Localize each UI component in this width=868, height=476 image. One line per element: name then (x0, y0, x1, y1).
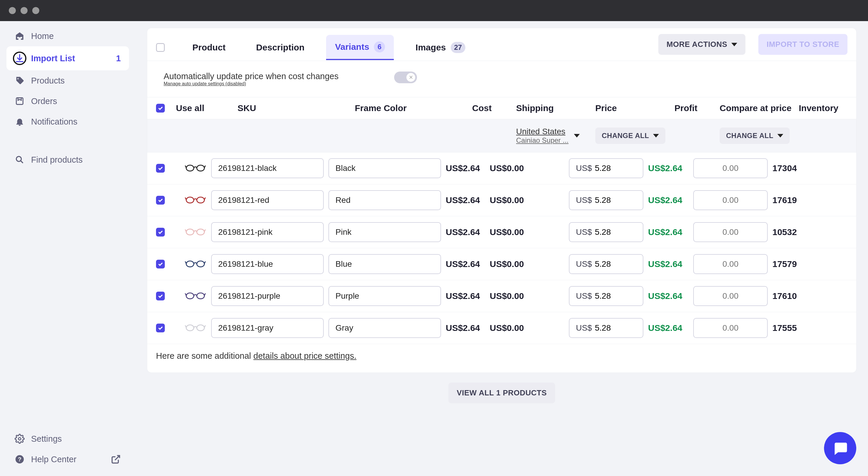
sidebar-item-import-list[interactable]: Import List 1 (6, 46, 129, 70)
inventory-value: 17579 (772, 259, 810, 269)
frame-color-input[interactable] (329, 222, 441, 242)
sidebar: Home Import List 1 Products Orders Notif… (0, 21, 135, 476)
row-checkbox[interactable] (156, 164, 165, 172)
row-checkbox[interactable] (156, 292, 165, 300)
chevron-down-icon (574, 134, 580, 137)
shipping-value: US$0.00 (490, 195, 569, 205)
change-all-compare-button[interactable]: CHANGE ALL (720, 127, 790, 144)
row-checkbox[interactable] (156, 196, 165, 204)
svg-point-8 (197, 165, 205, 171)
svg-point-17 (186, 325, 194, 330)
compare-price-input[interactable] (693, 190, 768, 210)
svg-rect-1 (21, 37, 22, 39)
tab-description[interactable]: Description (247, 36, 313, 59)
tab-product[interactable]: Product (184, 36, 234, 59)
tab-variants[interactable]: Variants 6 (326, 35, 394, 60)
price-value: 5.28 (595, 291, 611, 301)
shipping-value: US$0.00 (490, 291, 569, 301)
compare-price-input[interactable] (693, 318, 768, 338)
price-input[interactable]: US$5.28 (569, 286, 643, 306)
use-all-checkbox[interactable] (156, 104, 165, 113)
row-checkbox[interactable] (156, 260, 165, 268)
sidebar-label: Home (31, 31, 54, 41)
auto-update-link[interactable]: Manage auto update settings (disabled) (164, 81, 246, 86)
currency-prefix: US$ (576, 164, 592, 173)
window-maximize-dot[interactable] (32, 7, 39, 14)
sku-input[interactable] (211, 190, 324, 210)
col-frame-color: Frame Color (355, 103, 472, 113)
product-card: Product Description Variants 6 Images 27… (147, 28, 856, 373)
col-compare: Compare at price (720, 103, 799, 113)
auto-update-section: Automatically update price when cost cha… (147, 61, 856, 97)
price-input[interactable]: US$5.28 (569, 190, 643, 210)
sku-input[interactable] (211, 158, 324, 178)
table-subheader: United States Cainiao Super ... CHANGE A… (147, 119, 856, 152)
window-minimize-dot[interactable] (21, 7, 28, 14)
svg-point-15 (186, 293, 194, 299)
inventory-value: 17555 (772, 323, 810, 333)
compare-price-input[interactable] (693, 158, 768, 178)
col-inventory: Inventory (799, 103, 837, 113)
sidebar-item-find-products[interactable]: Find products (6, 150, 129, 170)
frame-color-input[interactable] (329, 190, 441, 210)
sku-input[interactable] (211, 286, 324, 306)
auto-update-toggle[interactable] (394, 71, 417, 83)
select-product-checkbox[interactable] (156, 43, 165, 52)
sidebar-item-products[interactable]: Products (6, 70, 129, 91)
row-checkbox[interactable] (156, 324, 165, 332)
tag-icon (15, 75, 25, 86)
tab-images[interactable]: Images 27 (407, 35, 474, 60)
shipping-selector[interactable]: United States Cainiao Super ... (516, 127, 591, 145)
sidebar-item-help[interactable]: ? Help Center (6, 449, 129, 470)
price-input[interactable]: US$5.28 (569, 254, 643, 274)
svg-point-4 (19, 438, 21, 440)
svg-point-12 (197, 229, 205, 235)
chevron-down-icon (653, 134, 659, 137)
cost-value: US$2.64 (446, 291, 490, 301)
bell-icon (15, 117, 25, 127)
profit-value: US$2.64 (648, 227, 693, 237)
svg-point-10 (197, 197, 205, 203)
change-all-price-button[interactable]: CHANGE ALL (595, 127, 665, 144)
frame-color-input[interactable] (329, 286, 441, 306)
view-all-products-button[interactable]: VIEW ALL 1 PRODUCTS (448, 382, 555, 403)
row-checkbox[interactable] (156, 228, 165, 236)
table-row: US$2.64 US$0.00 US$5.28 US$2.64 17304 (147, 152, 856, 184)
compare-price-input[interactable] (693, 222, 768, 242)
compare-price-input[interactable] (693, 286, 768, 306)
tab-label: Images (415, 42, 446, 53)
shipping-value: US$0.00 (490, 323, 569, 333)
chevron-down-icon (777, 134, 783, 137)
sku-input[interactable] (211, 318, 324, 338)
col-use-all: Use all (176, 103, 238, 113)
price-input[interactable]: US$5.28 (569, 158, 643, 178)
shipping-value: US$0.00 (490, 227, 569, 237)
sidebar-item-home[interactable]: Home (6, 26, 129, 46)
svg-rect-2 (17, 98, 23, 105)
sidebar-label: Import List (31, 54, 75, 63)
frame-color-input[interactable] (329, 158, 441, 178)
price-input[interactable]: US$5.28 (569, 318, 643, 338)
sku-input[interactable] (211, 254, 324, 274)
sidebar-label: Find products (31, 155, 83, 165)
profit-value: US$2.64 (648, 195, 693, 205)
frame-color-input[interactable] (329, 318, 441, 338)
sidebar-item-settings[interactable]: Settings (6, 429, 129, 449)
currency-prefix: US$ (576, 227, 592, 237)
more-actions-button[interactable]: MORE ACTIONS (658, 34, 745, 55)
price-input[interactable]: US$5.28 (569, 222, 643, 242)
window-close-dot[interactable] (9, 7, 16, 14)
chat-fab[interactable] (824, 432, 856, 464)
sidebar-label: Notifications (31, 117, 78, 127)
import-to-store-button[interactable]: IMPORT TO STORE (758, 34, 847, 55)
variant-thumbnail (185, 258, 211, 271)
inventory-value: 17610 (772, 291, 810, 301)
compare-price-input[interactable] (693, 254, 768, 274)
price-settings-link[interactable]: details about price settings. (253, 351, 356, 360)
sidebar-item-notifications[interactable]: Notifications (6, 112, 129, 132)
sidebar-label: Products (31, 76, 64, 86)
sku-input[interactable] (211, 222, 324, 242)
frame-color-input[interactable] (329, 254, 441, 274)
sidebar-item-orders[interactable]: Orders (6, 91, 129, 112)
svg-point-7 (186, 165, 194, 171)
